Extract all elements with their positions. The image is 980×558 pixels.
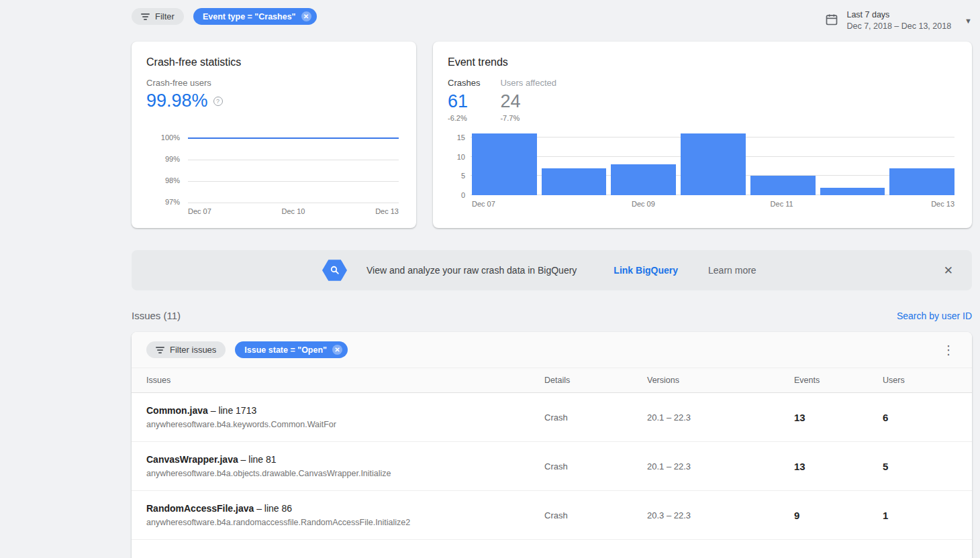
help-icon[interactable]: ? xyxy=(213,97,223,106)
column-header-events: Events xyxy=(794,376,883,385)
crash-free-chart-xlabels: Dec 07 Dec 10 Dec 13 xyxy=(188,207,399,215)
issues-table-header: Issues Details Versions Events Users xyxy=(132,368,972,393)
filter-button[interactable]: Filter xyxy=(132,8,184,25)
issues-count-heading: Issues (11) xyxy=(132,310,181,321)
x-tick: Dec 07 xyxy=(188,207,211,215)
crashes-count: 61 xyxy=(448,91,480,112)
event-type-chip-label: Event type = "Crashes" xyxy=(203,12,296,21)
event-trends-card: Event trends Crashes 61 -6.2% Users affe… xyxy=(433,42,972,228)
banner-message: View and analyze your raw crash data in … xyxy=(366,265,577,276)
x-tick: Dec 11 xyxy=(771,200,793,208)
issue-versions: 20.1 – 22.3 xyxy=(647,412,794,423)
issue-title[interactable]: Common.java – line 1713 xyxy=(146,405,544,416)
bigquery-banner: View and analyze your raw crash data in … xyxy=(132,250,972,290)
y-tick: 99% xyxy=(150,155,180,163)
date-range-texts: Last 7 days Dec 7, 2018 – Dec 13, 2018 xyxy=(846,9,951,32)
y-tick: 5 xyxy=(461,172,465,180)
issue-subtitle: anywheresoftware.b4a.keywords.Common.Wai… xyxy=(146,420,544,429)
table-row[interactable]: RandomAccessFile.java – line 86 anywhere… xyxy=(132,491,972,540)
issue-line: – line 81 xyxy=(238,454,277,465)
issue-cell: Common.java – line 1713 anywheresoftware… xyxy=(146,405,544,429)
issue-users-count: 6 xyxy=(883,412,956,423)
issue-users-count: 5 xyxy=(883,461,956,472)
stats-cards-row: Crash-free statistics Crash-free users 9… xyxy=(132,42,972,228)
column-header-details: Details xyxy=(544,376,647,385)
y-tick: 15 xyxy=(457,133,465,142)
top-filter-bar: Filter Event type = "Crashes" ✕ Last 7 d… xyxy=(132,8,972,40)
calendar-icon xyxy=(825,13,838,29)
event-trends-chart-xlabels: Dec 07 Dec 09 Dec 11 Dec 13 xyxy=(471,200,954,211)
crash-free-statistics-card: Crash-free statistics Crash-free users 9… xyxy=(132,42,416,228)
issues-table-card: Filter issues Issue state = "Open" ✕ ⋮ I… xyxy=(132,332,972,558)
search-by-user-id-link[interactable]: Search by user ID xyxy=(897,311,972,321)
crash-free-users-label: Crash-free users xyxy=(146,78,399,88)
bigquery-icon xyxy=(322,260,347,282)
date-range-value: Dec 7, 2018 – Dec 13, 2018 xyxy=(846,21,951,32)
crashes-delta: -6.2% xyxy=(448,114,480,122)
issue-file: Common.java xyxy=(146,405,208,416)
tab-users-affected[interactable]: Users affected 24 -7.7% xyxy=(500,78,556,122)
column-header-versions: Versions xyxy=(647,376,794,385)
event-trends-bars xyxy=(472,130,954,195)
crash-free-users-value: 99.98% xyxy=(146,91,208,111)
y-tick: 98% xyxy=(150,176,180,184)
issue-details: Crash xyxy=(544,412,647,423)
bar xyxy=(542,168,607,195)
issue-title[interactable]: CanvasWrapper.java – line 81 xyxy=(146,454,544,465)
table-row[interactable]: BA.java – line 662 xyxy=(132,540,972,558)
column-header-users: Users xyxy=(883,376,956,385)
date-range-picker[interactable]: Last 7 days Dec 7, 2018 – Dec 13, 2018 ▼ xyxy=(825,8,972,32)
banner-close-icon[interactable]: ✕ xyxy=(944,264,953,278)
event-trends-bar-chart: 051015 xyxy=(471,130,954,195)
chip-close-icon[interactable]: ✕ xyxy=(332,345,342,355)
issue-subtitle: anywheresoftware.b4a.objects.drawable.Ca… xyxy=(146,469,544,478)
crash-free-card-title: Crash-free statistics xyxy=(146,56,399,68)
filter-issues-button-label: Filter issues xyxy=(170,345,216,355)
filter-list-icon xyxy=(141,13,150,20)
issue-subtitle: anywheresoftware.b4a.randomaccessfile.Ra… xyxy=(146,518,544,527)
x-tick: Dec 13 xyxy=(931,200,954,208)
crashes-tab-label: Crashes xyxy=(448,78,480,88)
issue-state-filter-chip[interactable]: Issue state = "Open" ✕ xyxy=(235,341,348,358)
table-row[interactable]: Common.java – line 1713 anywheresoftware… xyxy=(132,393,972,442)
learn-more-link[interactable]: Learn more xyxy=(708,265,756,276)
crashlytics-dashboard: Filter Event type = "Crashes" ✕ Last 7 d… xyxy=(132,0,972,558)
users-affected-delta: -7.7% xyxy=(500,114,556,122)
filter-button-label: Filter xyxy=(155,11,175,21)
y-tick: 0 xyxy=(461,191,465,199)
table-overflow-menu-icon[interactable]: ⋮ xyxy=(942,344,954,356)
link-bigquery-button[interactable]: Link BigQuery xyxy=(614,265,678,276)
table-row[interactable]: CanvasWrapper.java – line 81 anywheresof… xyxy=(132,442,972,491)
issue-file: CanvasWrapper.java xyxy=(146,454,238,465)
filter-list-icon xyxy=(156,347,164,353)
bar xyxy=(611,164,676,195)
issue-versions: 20.3 – 22.3 xyxy=(647,510,794,520)
issue-line: – line 86 xyxy=(254,503,292,514)
issue-events-count: 13 xyxy=(794,461,883,472)
x-tick: Dec 13 xyxy=(375,207,399,215)
gridline xyxy=(188,181,399,182)
event-type-filter-chip[interactable]: Event type = "Crashes" ✕ xyxy=(193,8,317,25)
x-tick: Dec 07 xyxy=(472,200,495,208)
bar xyxy=(750,176,816,195)
bar xyxy=(889,168,954,195)
chip-close-icon[interactable]: ✕ xyxy=(301,11,311,21)
issue-details: Crash xyxy=(544,461,647,471)
event-trends-card-title: Event trends xyxy=(448,56,954,68)
issue-line: – line 1713 xyxy=(208,405,256,416)
gridline xyxy=(188,160,399,160)
issue-cell: RandomAccessFile.java – line 86 anywhere… xyxy=(146,503,544,527)
gridline xyxy=(188,203,399,203)
issue-title[interactable]: RandomAccessFile.java – line 86 xyxy=(146,503,544,514)
filter-issues-button[interactable]: Filter issues xyxy=(146,341,226,358)
issue-versions: 20.1 – 22.3 xyxy=(647,461,794,471)
y-tick: 100% xyxy=(150,133,180,142)
issue-cell: CanvasWrapper.java – line 81 anywheresof… xyxy=(146,454,544,478)
issues-table-toolbar: Filter issues Issue state = "Open" ✕ ⋮ xyxy=(132,332,972,368)
y-tick: 97% xyxy=(150,198,180,206)
x-tick: Dec 09 xyxy=(632,200,655,208)
issue-events-count: 9 xyxy=(794,510,883,521)
bar xyxy=(681,133,746,195)
users-affected-count: 24 xyxy=(500,91,556,112)
tab-crashes[interactable]: Crashes 61 -6.2% xyxy=(448,78,480,122)
